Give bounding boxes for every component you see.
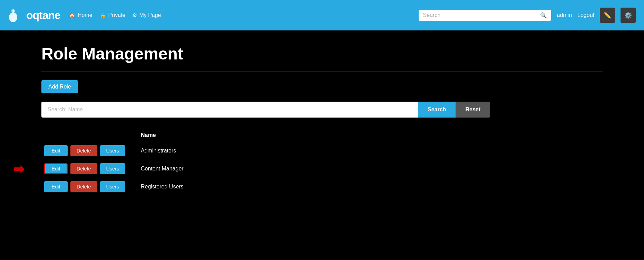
role-name-contentmanager: Content Manager xyxy=(138,160,490,178)
search-button[interactable]: Search xyxy=(418,102,456,118)
nav-links: 🏠 Home 🔒 Private ⚙ My Page xyxy=(69,12,411,19)
divider xyxy=(41,72,603,72)
edit-button-registeredusers[interactable]: Edit xyxy=(44,181,68,192)
users-button-contentmanager[interactable]: Users xyxy=(100,163,126,174)
table-header: Name xyxy=(41,129,490,142)
gear-icon: ⚙️ xyxy=(624,12,632,19)
role-name-registeredusers: Registered Users xyxy=(138,178,490,196)
global-search-input[interactable] xyxy=(423,12,537,18)
settings-button[interactable]: ⚙️ xyxy=(621,8,636,23)
nav-private-label: Private xyxy=(108,12,126,18)
lock-icon: 🔒 xyxy=(99,12,106,19)
mypage-icon: ⚙ xyxy=(132,12,137,19)
nav-mypage[interactable]: ⚙ My Page xyxy=(132,12,161,19)
action-buttons: Edit Delete Users xyxy=(44,181,135,192)
admin-label: admin xyxy=(557,12,572,18)
global-search-box[interactable]: 🔍 xyxy=(419,10,551,21)
add-role-button[interactable]: Add Role xyxy=(41,80,78,93)
row-actions: Edit Delete Users xyxy=(41,142,138,160)
search-bar: Search Reset xyxy=(41,102,490,118)
brand-icon xyxy=(8,8,23,23)
row-actions: Edit Delete Users xyxy=(41,178,138,196)
delete-button-administrators[interactable]: Delete xyxy=(70,145,97,156)
table-row: Edit Delete Users Registered Users xyxy=(41,178,490,196)
action-buttons: Edit Delete Users xyxy=(44,145,135,156)
action-buttons: Edit Delete Users xyxy=(44,163,125,174)
brand-logo[interactable]: oqtane xyxy=(8,8,60,23)
table-row: ➡ Edit Delete Users Content Manager xyxy=(41,160,490,178)
search-name-input[interactable] xyxy=(41,102,418,118)
brand-name: oqtane xyxy=(26,9,60,22)
nav-private[interactable]: 🔒 Private xyxy=(99,12,126,19)
navbar: oqtane 🏠 Home 🔒 Private ⚙ My Page 🔍 admi… xyxy=(0,0,644,30)
delete-button-registeredusers[interactable]: Delete xyxy=(70,181,97,192)
edit-button-administrators[interactable]: Edit xyxy=(44,145,68,156)
home-icon: 🏠 xyxy=(69,12,76,19)
nav-home-label: Home xyxy=(78,12,92,18)
nav-mypage-label: My Page xyxy=(139,12,161,18)
red-arrow-icon: ➡ xyxy=(13,161,24,177)
edit-button-contentmanager[interactable]: Edit xyxy=(44,163,68,174)
users-button-registeredusers[interactable]: Users xyxy=(100,181,126,192)
edit-page-button[interactable]: ✏️ xyxy=(600,8,615,23)
table-body: Edit Delete Users Administrators ➡ xyxy=(41,142,490,196)
search-icon: 🔍 xyxy=(540,12,547,19)
reset-button[interactable]: Reset xyxy=(456,102,490,118)
users-button-administrators[interactable]: Users xyxy=(100,145,126,156)
logout-button[interactable]: Logout xyxy=(577,12,594,18)
col-header-actions xyxy=(41,129,138,142)
svg-point-0 xyxy=(9,12,17,22)
pencil-icon: ✏️ xyxy=(604,12,611,19)
role-name-administrators: Administrators xyxy=(138,142,490,160)
main-content: Role Management Add Role Search Reset Na… xyxy=(0,30,644,210)
nav-home[interactable]: 🏠 Home xyxy=(69,12,92,19)
row-actions: ➡ Edit Delete Users xyxy=(41,160,138,178)
table-row: Edit Delete Users Administrators xyxy=(41,142,490,160)
page-title: Role Management xyxy=(41,44,603,63)
delete-button-contentmanager[interactable]: Delete xyxy=(70,163,97,174)
roles-table: Name Edit Delete Users Administrators xyxy=(41,129,490,196)
col-header-name: Name xyxy=(138,129,490,142)
navbar-right: 🔍 admin Logout ✏️ ⚙️ xyxy=(419,8,636,23)
